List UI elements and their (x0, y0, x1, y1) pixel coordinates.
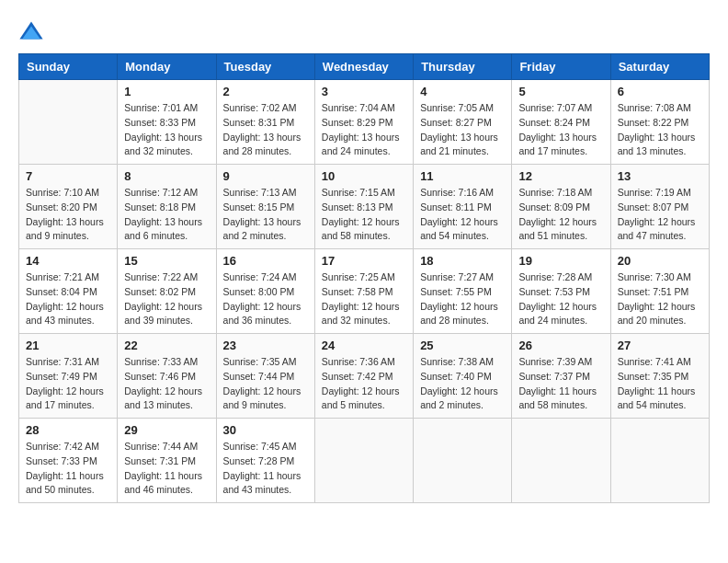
calendar-cell: 27Sunrise: 7:41 AMSunset: 7:35 PMDayligh… (610, 334, 709, 419)
day-info: Sunrise: 7:19 AMSunset: 8:07 PMDaylight:… (618, 186, 702, 244)
day-info: Sunrise: 7:30 AMSunset: 7:51 PMDaylight:… (618, 270, 702, 328)
day-info: Sunrise: 7:22 AMSunset: 8:02 PMDaylight:… (124, 270, 209, 328)
day-number: 17 (322, 254, 406, 268)
day-info: Sunrise: 7:44 AMSunset: 7:31 PMDaylight:… (124, 440, 209, 498)
day-number: 18 (420, 254, 505, 268)
calendar-week-2: 7Sunrise: 7:10 AMSunset: 8:20 PMDaylight… (19, 165, 710, 249)
calendar-header-row: SundayMondayTuesdayWednesdayThursdayFrid… (19, 54, 710, 80)
day-number: 15 (124, 254, 209, 268)
calendar-cell: 11Sunrise: 7:16 AMSunset: 8:11 PMDayligh… (414, 165, 512, 249)
calendar-cell: 17Sunrise: 7:25 AMSunset: 7:58 PMDayligh… (314, 249, 413, 334)
day-of-week-monday: Monday (118, 54, 216, 80)
calendar-table: SundayMondayTuesdayWednesdayThursdayFrid… (18, 53, 710, 503)
calendar-week-3: 14Sunrise: 7:21 AMSunset: 8:04 PMDayligh… (19, 249, 710, 334)
day-info: Sunrise: 7:28 AMSunset: 7:53 PMDaylight:… (518, 270, 603, 328)
day-info: Sunrise: 7:25 AMSunset: 7:58 PMDaylight:… (322, 270, 406, 328)
calendar-cell: 25Sunrise: 7:38 AMSunset: 7:40 PMDayligh… (414, 334, 512, 419)
calendar-cell: 26Sunrise: 7:39 AMSunset: 7:37 PMDayligh… (512, 334, 610, 419)
day-number: 30 (223, 423, 308, 437)
day-number: 12 (518, 169, 603, 183)
day-info: Sunrise: 7:08 AMSunset: 8:22 PMDaylight:… (618, 101, 702, 159)
calendar-cell (610, 419, 709, 503)
day-number: 1 (124, 85, 209, 98)
calendar-cell (414, 419, 512, 503)
logo-icon (18, 18, 44, 44)
day-number: 24 (322, 339, 406, 352)
day-info: Sunrise: 7:31 AMSunset: 7:49 PMDaylight:… (26, 355, 110, 413)
day-number: 2 (223, 85, 308, 98)
day-info: Sunrise: 7:38 AMSunset: 7:40 PMDaylight:… (420, 355, 505, 413)
day-info: Sunrise: 7:27 AMSunset: 7:55 PMDaylight:… (420, 270, 505, 328)
calendar-cell: 1Sunrise: 7:01 AMSunset: 8:33 PMDaylight… (118, 80, 216, 165)
calendar-cell (19, 80, 118, 165)
day-number: 3 (322, 85, 406, 98)
calendar-cell: 10Sunrise: 7:15 AMSunset: 8:13 PMDayligh… (314, 165, 413, 249)
day-number: 11 (420, 169, 505, 183)
calendar-cell: 28Sunrise: 7:42 AMSunset: 7:33 PMDayligh… (19, 419, 118, 503)
day-info: Sunrise: 7:02 AMSunset: 8:31 PMDaylight:… (223, 101, 308, 159)
calendar-cell (314, 419, 413, 503)
day-number: 21 (26, 339, 110, 352)
calendar-week-4: 21Sunrise: 7:31 AMSunset: 7:49 PMDayligh… (19, 334, 710, 419)
day-number: 6 (618, 85, 702, 98)
calendar-cell: 8Sunrise: 7:12 AMSunset: 8:18 PMDaylight… (118, 165, 216, 249)
calendar-cell: 29Sunrise: 7:44 AMSunset: 7:31 PMDayligh… (118, 419, 216, 503)
calendar-cell: 12Sunrise: 7:18 AMSunset: 8:09 PMDayligh… (512, 165, 610, 249)
day-number: 23 (223, 339, 308, 352)
calendar-cell: 14Sunrise: 7:21 AMSunset: 8:04 PMDayligh… (19, 249, 118, 334)
day-info: Sunrise: 7:15 AMSunset: 8:13 PMDaylight:… (322, 186, 406, 244)
day-info: Sunrise: 7:16 AMSunset: 8:11 PMDaylight:… (420, 186, 505, 244)
day-number: 27 (618, 339, 702, 352)
day-of-week-sunday: Sunday (19, 54, 118, 80)
day-number: 8 (124, 169, 209, 183)
calendar-cell: 20Sunrise: 7:30 AMSunset: 7:51 PMDayligh… (610, 249, 709, 334)
day-number: 7 (26, 169, 110, 183)
day-number: 25 (420, 339, 505, 352)
day-of-week-wednesday: Wednesday (314, 54, 413, 80)
day-info: Sunrise: 7:12 AMSunset: 8:18 PMDaylight:… (124, 186, 209, 244)
logo (18, 18, 48, 44)
day-number: 4 (420, 85, 505, 98)
calendar-cell: 7Sunrise: 7:10 AMSunset: 8:20 PMDaylight… (19, 165, 118, 249)
calendar-cell: 9Sunrise: 7:13 AMSunset: 8:15 PMDaylight… (216, 165, 314, 249)
day-info: Sunrise: 7:07 AMSunset: 8:24 PMDaylight:… (518, 101, 603, 159)
day-info: Sunrise: 7:39 AMSunset: 7:37 PMDaylight:… (518, 355, 603, 413)
day-number: 13 (618, 169, 702, 183)
calendar-cell: 30Sunrise: 7:45 AMSunset: 7:28 PMDayligh… (216, 419, 314, 503)
day-info: Sunrise: 7:05 AMSunset: 8:27 PMDaylight:… (420, 101, 505, 159)
day-info: Sunrise: 7:42 AMSunset: 7:33 PMDaylight:… (26, 440, 110, 498)
day-number: 22 (124, 339, 209, 352)
day-number: 14 (26, 254, 110, 268)
day-info: Sunrise: 7:10 AMSunset: 8:20 PMDaylight:… (26, 186, 110, 244)
calendar-cell: 15Sunrise: 7:22 AMSunset: 8:02 PMDayligh… (118, 249, 216, 334)
page-header (18, 18, 710, 44)
calendar-week-1: 1Sunrise: 7:01 AMSunset: 8:33 PMDaylight… (19, 80, 710, 165)
calendar-cell: 19Sunrise: 7:28 AMSunset: 7:53 PMDayligh… (512, 249, 610, 334)
day-info: Sunrise: 7:45 AMSunset: 7:28 PMDaylight:… (223, 440, 308, 498)
calendar-cell: 16Sunrise: 7:24 AMSunset: 8:00 PMDayligh… (216, 249, 314, 334)
calendar-cell: 6Sunrise: 7:08 AMSunset: 8:22 PMDaylight… (610, 80, 709, 165)
day-number: 10 (322, 169, 406, 183)
calendar-cell: 22Sunrise: 7:33 AMSunset: 7:46 PMDayligh… (118, 334, 216, 419)
day-of-week-saturday: Saturday (610, 54, 709, 80)
day-info: Sunrise: 7:35 AMSunset: 7:44 PMDaylight:… (223, 355, 308, 413)
day-number: 29 (124, 423, 209, 437)
calendar-cell (512, 419, 610, 503)
day-number: 19 (518, 254, 603, 268)
day-info: Sunrise: 7:18 AMSunset: 8:09 PMDaylight:… (518, 186, 603, 244)
day-number: 9 (223, 169, 308, 183)
calendar-cell: 24Sunrise: 7:36 AMSunset: 7:42 PMDayligh… (314, 334, 413, 419)
day-info: Sunrise: 7:13 AMSunset: 8:15 PMDaylight:… (223, 186, 308, 244)
day-info: Sunrise: 7:41 AMSunset: 7:35 PMDaylight:… (618, 355, 702, 413)
day-number: 5 (518, 85, 603, 98)
day-number: 20 (618, 254, 702, 268)
day-info: Sunrise: 7:33 AMSunset: 7:46 PMDaylight:… (124, 355, 209, 413)
day-of-week-friday: Friday (512, 54, 610, 80)
calendar-cell: 5Sunrise: 7:07 AMSunset: 8:24 PMDaylight… (512, 80, 610, 165)
day-info: Sunrise: 7:36 AMSunset: 7:42 PMDaylight:… (322, 355, 406, 413)
calendar-cell: 13Sunrise: 7:19 AMSunset: 8:07 PMDayligh… (610, 165, 709, 249)
calendar-cell: 21Sunrise: 7:31 AMSunset: 7:49 PMDayligh… (19, 334, 118, 419)
day-info: Sunrise: 7:04 AMSunset: 8:29 PMDaylight:… (322, 101, 406, 159)
calendar-cell: 3Sunrise: 7:04 AMSunset: 8:29 PMDaylight… (314, 80, 413, 165)
calendar-cell: 2Sunrise: 7:02 AMSunset: 8:31 PMDaylight… (216, 80, 314, 165)
